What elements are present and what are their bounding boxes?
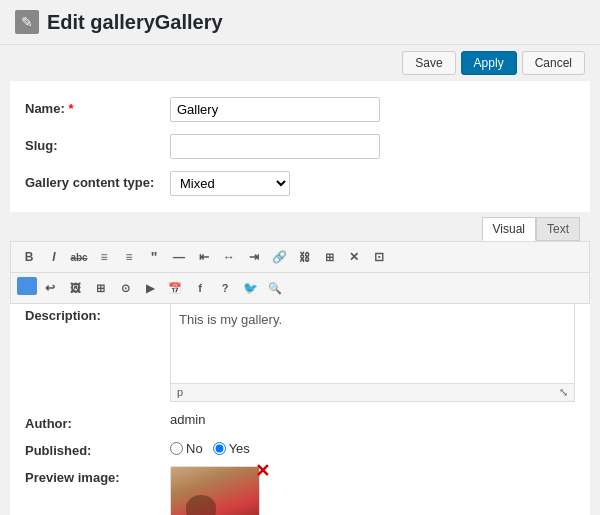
- save-button[interactable]: Save: [402, 51, 455, 75]
- resize-handle: ⤡: [559, 386, 568, 399]
- gallery-type-row: Gallery content type: Mixed Images Video: [10, 165, 590, 202]
- add-video-btn[interactable]: ▶: [138, 277, 162, 299]
- apply-button[interactable]: Apply: [461, 51, 517, 75]
- published-yes-label[interactable]: Yes: [213, 441, 250, 456]
- description-row: Description: This is my gallery. p ⤡: [10, 304, 590, 408]
- required-indicator: *: [68, 101, 73, 116]
- add-gallery-btn[interactable]: ⊞: [88, 277, 112, 299]
- published-no-radio[interactable]: [170, 442, 183, 455]
- published-radio-group: No Yes: [170, 439, 250, 456]
- page-header: ✎ Edit galleryGallery: [0, 0, 600, 45]
- calendar-btn[interactable]: 📅: [163, 277, 187, 299]
- editor-body[interactable]: This is my gallery.: [170, 304, 575, 384]
- fullscreen-btn[interactable]: ⊡: [367, 246, 391, 268]
- published-label: Published:: [25, 439, 170, 458]
- gallery-type-field: Mixed Images Video: [170, 171, 575, 196]
- preview-image-wrap: ✕: [170, 466, 260, 515]
- table-btn[interactable]: ⊞: [317, 246, 341, 268]
- editor-tag: p: [177, 386, 183, 399]
- color-btn[interactable]: [17, 277, 37, 295]
- editor-content: This is my gallery.: [179, 312, 282, 327]
- add-media-btn[interactable]: ⊙: [113, 277, 137, 299]
- strikethrough-btn[interactable]: abc: [67, 246, 91, 268]
- ol-btn[interactable]: ≡: [117, 246, 141, 268]
- tab-visual[interactable]: Visual: [482, 217, 536, 241]
- preview-image-row: Preview image: ✕: [10, 462, 590, 515]
- tab-text[interactable]: Text: [536, 217, 580, 241]
- align-right-btn[interactable]: ⇥: [242, 246, 266, 268]
- align-left-btn[interactable]: ⇤: [192, 246, 216, 268]
- slug-label: Slug:: [25, 134, 170, 153]
- edit-icon: ✎: [15, 10, 39, 34]
- published-yes-radio[interactable]: [213, 442, 226, 455]
- slug-row: Slug:: [10, 128, 590, 165]
- ul-btn[interactable]: ≡: [92, 246, 116, 268]
- bold-btn[interactable]: B: [17, 246, 41, 268]
- editor-footer: p ⤡: [170, 384, 575, 402]
- remove-format-btn[interactable]: ✕: [342, 246, 366, 268]
- cancel-button[interactable]: Cancel: [522, 51, 585, 75]
- published-row: Published: No Yes: [10, 435, 590, 462]
- toolbar-row2: ↩ 🖼 ⊞ ⊙ ▶ 📅 f ? 🐦 🔍: [10, 273, 590, 304]
- slug-field-wrap: [170, 134, 575, 159]
- hr-btn[interactable]: —: [167, 246, 191, 268]
- italic-btn[interactable]: I: [42, 246, 66, 268]
- published-no-label[interactable]: No: [170, 441, 203, 456]
- twitter-btn[interactable]: 🐦: [238, 277, 262, 299]
- slug-input[interactable]: [170, 134, 380, 159]
- blockquote-btn[interactable]: ": [142, 246, 166, 268]
- author-label: Author:: [25, 412, 170, 431]
- gallery-type-label: Gallery content type:: [25, 171, 170, 190]
- toolbar-row1: B I abc ≡ ≡ " — ⇤ ↔ ⇥ 🔗 ⛓ ⊞ ✕ ⊡: [10, 242, 590, 273]
- editor-section: Visual Text B I abc ≡ ≡ " — ⇤ ↔ ⇥ 🔗 ⛓ ⊞ …: [10, 212, 590, 515]
- preview-image: [170, 466, 260, 515]
- author-row: Author: admin: [10, 408, 590, 435]
- description-label: Description:: [25, 304, 170, 323]
- name-label: Name: *: [25, 97, 170, 116]
- preview-delete-icon[interactable]: ✕: [255, 460, 270, 482]
- preview-image-label: Preview image:: [25, 466, 170, 485]
- link-btn[interactable]: 🔗: [267, 246, 291, 268]
- top-bar: Save Apply Cancel: [0, 45, 600, 81]
- facebook-btn[interactable]: f: [188, 277, 212, 299]
- unlink-btn[interactable]: ⛓: [292, 246, 316, 268]
- align-center-btn[interactable]: ↔: [217, 246, 241, 268]
- add-image-btn[interactable]: 🖼: [63, 277, 87, 299]
- search-btn[interactable]: 🔍: [263, 277, 287, 299]
- name-input[interactable]: [170, 97, 380, 122]
- editor-wrap: This is my gallery. p ⤡: [170, 304, 575, 402]
- name-row: Name: *: [10, 91, 590, 128]
- page-title: Edit galleryGallery: [47, 11, 223, 34]
- author-value: admin: [170, 412, 205, 427]
- gallery-type-select[interactable]: Mixed Images Video: [170, 171, 290, 196]
- name-field-wrap: [170, 97, 575, 122]
- form-container: Name: * Slug: Gallery content type: Mixe…: [10, 81, 590, 212]
- undo-btn[interactable]: ↩: [38, 277, 62, 299]
- help-btn[interactable]: ?: [213, 277, 237, 299]
- editor-tabs: Visual Text: [10, 212, 590, 242]
